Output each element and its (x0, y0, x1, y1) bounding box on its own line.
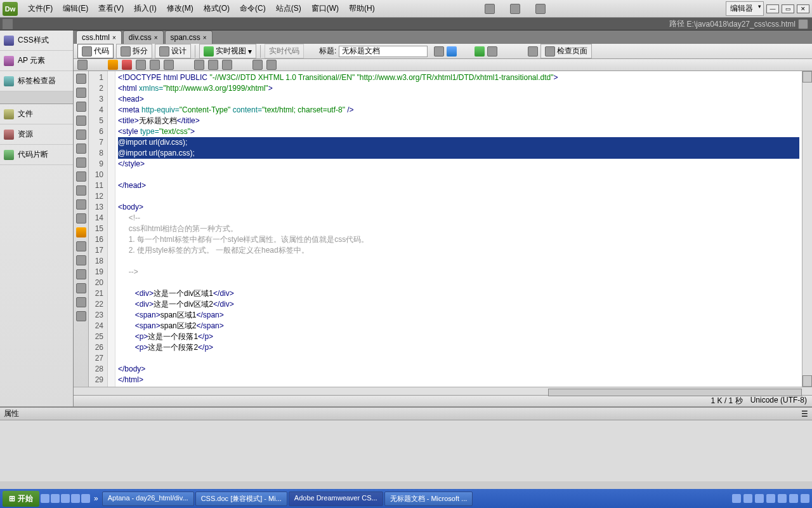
file-mgmt-icon[interactable] (434, 46, 444, 57)
code-line[interactable] (118, 353, 799, 364)
maximize-button[interactable]: ▭ (782, 4, 794, 13)
taskbar-item[interactable]: 无标题文档 - Microsoft ... (384, 491, 473, 506)
quick-launch-icon[interactable] (61, 494, 70, 503)
syntax-coloring-icon[interactable] (76, 171, 86, 182)
path-dropdown-icon[interactable] (798, 19, 808, 29)
workspace-dropdown[interactable]: 编辑器 (726, 1, 764, 16)
code-line[interactable]: <body> (118, 202, 799, 213)
code-line[interactable]: <html xmlns="http://www.w3.org/1999/xhtm… (118, 83, 799, 94)
split-view-button[interactable]: 拆分 (116, 44, 152, 58)
code-line[interactable]: <head> (118, 94, 799, 105)
code-line[interactable]: <style type="text/css"> (118, 126, 799, 137)
code-line[interactable]: </head> (118, 180, 799, 191)
code-line[interactable]: <title>无标题文档</title> (118, 116, 799, 126)
print-icon[interactable] (164, 60, 174, 70)
code-line[interactable]: --> (118, 267, 799, 277)
check-page-button[interactable]: 检查页面 (540, 44, 592, 58)
collapse-icon[interactable] (76, 88, 86, 98)
menu-item[interactable]: 窗口(W) (306, 1, 344, 17)
code-line[interactable] (118, 277, 799, 288)
wrap-tag-icon[interactable] (76, 269, 86, 279)
live-view-button[interactable]: 实时视图▾ (199, 44, 256, 58)
tray-icon[interactable] (755, 494, 764, 503)
panel-item[interactable]: CSS样式 (0, 30, 73, 51)
refresh-icon[interactable] (475, 46, 485, 57)
panel-menu-icon[interactable]: ☰ (801, 410, 808, 418)
select-parent-icon[interactable] (76, 116, 86, 126)
save-all-icon[interactable] (150, 60, 160, 70)
expand-icon[interactable] (76, 102, 86, 112)
panel-toggle-icon[interactable] (3, 19, 13, 29)
code-line[interactable]: @import url(div.css); (118, 137, 799, 148)
code-line[interactable]: <!DOCTYPE html PUBLIC "-//W3C//DTD XHTML… (118, 72, 799, 83)
recent-snippets-icon[interactable] (76, 283, 86, 293)
code-line[interactable]: 2. 使用style标签的方式。 一般都定义在head标签中。 (118, 245, 799, 256)
menu-item[interactable]: 文件(F) (23, 1, 58, 17)
vertical-scrollbar[interactable] (802, 71, 812, 387)
quick-launch-icon[interactable] (51, 494, 60, 503)
tray-icon[interactable] (789, 494, 798, 503)
menu-item[interactable]: 修改(M) (162, 1, 199, 17)
panel-item[interactable]: AP 元素 (0, 51, 73, 71)
tray-icon[interactable] (801, 494, 809, 503)
quick-launch-icon[interactable] (41, 494, 49, 503)
taskbar-item[interactable]: Adobe Dreamweaver CS... (289, 491, 383, 506)
code-line[interactable]: <div>这是一个div区域2</div> (118, 299, 799, 310)
remove-comment-icon[interactable] (76, 255, 86, 265)
code-line[interactable]: <p>这是一个段落2</p> (118, 342, 799, 353)
hidden-chars-icon[interactable] (76, 213, 86, 224)
tab-close-icon[interactable]: × (112, 34, 116, 41)
tray-icon[interactable] (766, 494, 775, 503)
gear-icon[interactable] (510, 4, 520, 14)
document-tab[interactable]: span.css× (165, 30, 213, 44)
menu-item[interactable]: 查看(V) (93, 1, 129, 17)
code-line[interactable]: <p>这是一个段落1</p> (118, 331, 799, 342)
apply-comment-icon[interactable] (76, 241, 86, 251)
auto-indent-icon[interactable] (76, 185, 86, 196)
visual-aids-icon[interactable] (528, 46, 538, 57)
balance-braces-icon[interactable] (76, 130, 86, 140)
tab-close-icon[interactable]: × (154, 34, 158, 41)
menu-item[interactable]: 编辑(E) (58, 1, 93, 17)
code-line[interactable] (118, 191, 799, 202)
copy-icon[interactable] (208, 60, 218, 70)
code-line[interactable]: @import url(span.css); (118, 148, 799, 159)
title-input[interactable] (339, 46, 428, 57)
line-numbers-icon[interactable] (76, 144, 86, 154)
code-content[interactable]: <!DOCTYPE html PUBLIC "-//W3C//DTD XHTML… (115, 71, 802, 387)
code-view-button[interactable]: 代码 (77, 44, 114, 58)
menu-item[interactable]: 插入(I) (129, 1, 161, 17)
code-line[interactable]: <meta http-equiv="Content-Type" content=… (118, 105, 799, 116)
menu-item[interactable]: 命令(C) (235, 1, 271, 17)
design-view-button[interactable]: 设计 (155, 44, 191, 58)
code-line[interactable] (118, 256, 799, 267)
start-button[interactable]: ⊞开始 (3, 491, 39, 507)
close-button[interactable]: ✕ (797, 4, 809, 13)
code-line[interactable]: </style> (118, 159, 799, 170)
properties-header[interactable]: 属性 ☰ (0, 408, 812, 420)
tray-icon[interactable] (778, 494, 787, 503)
code-line[interactable]: <span>span区域1</span> (118, 310, 799, 321)
layout-icon[interactable] (485, 4, 495, 14)
taskbar-item[interactable]: CSS.doc [兼容模式] - Mi... (195, 491, 287, 506)
menu-item[interactable]: 站点(S) (271, 1, 306, 17)
code-line[interactable] (118, 170, 799, 180)
panel-item[interactable]: 文件 (0, 104, 73, 124)
view-options-icon[interactable] (487, 46, 497, 57)
document-tab[interactable]: div.css× (123, 30, 164, 44)
extend-icon[interactable] (535, 4, 546, 14)
quick-launch-expand-icon[interactable]: » (94, 494, 98, 503)
preview-browser-icon[interactable] (447, 46, 457, 57)
minimize-button[interactable]: — (766, 4, 779, 13)
code-line[interactable]: </html> (118, 375, 799, 385)
move-css-icon[interactable] (76, 297, 86, 307)
code-line[interactable]: <!-- (118, 213, 799, 224)
panel-item[interactable]: 标签检查器 (0, 71, 73, 91)
quick-launch-icon[interactable] (71, 494, 80, 503)
document-tab[interactable]: css.html× (76, 30, 122, 44)
code-line[interactable]: <span>span区域2</span> (118, 321, 799, 331)
paste-icon[interactable] (222, 60, 232, 70)
scroll-thumb[interactable] (548, 389, 802, 396)
undo-icon[interactable] (252, 60, 263, 70)
taskbar-item[interactable]: Aptana - day26_html/div... (102, 491, 194, 506)
